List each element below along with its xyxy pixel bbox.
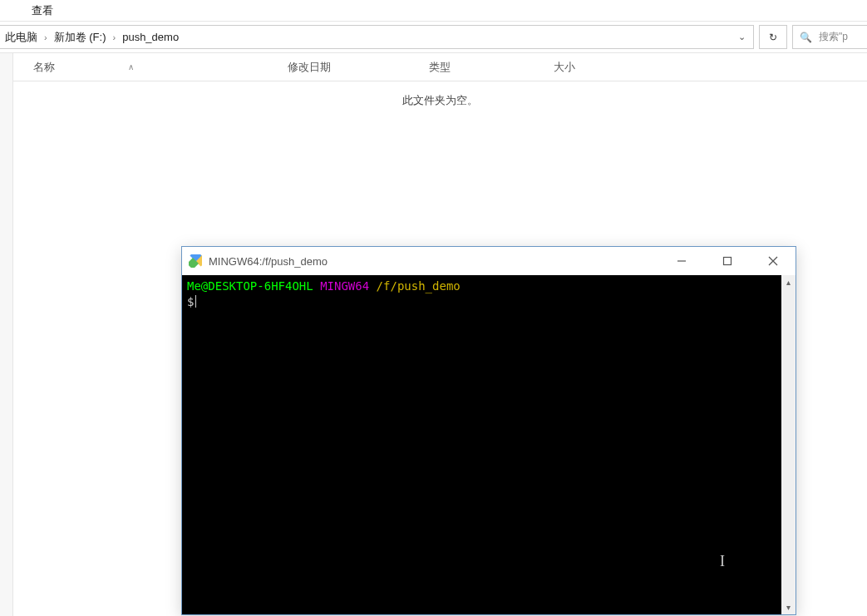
refresh-icon: ↻ <box>769 32 777 43</box>
prompt-user: Me@DESKTOP-6HF4OHL <box>187 279 313 293</box>
scroll-up-icon[interactable]: ▴ <box>781 275 796 289</box>
text-cursor <box>195 295 196 308</box>
minimize-button[interactable] <box>658 247 704 275</box>
ibeam-cursor-icon: I <box>720 551 725 571</box>
maximize-button[interactable] <box>704 247 750 275</box>
prompt-env: MINGW64 <box>320 279 369 293</box>
prompt-path: /f/push_demo <box>377 279 461 293</box>
git-bash-icon <box>189 254 202 268</box>
chevron-down-icon[interactable]: ⌄ <box>730 32 753 42</box>
empty-folder-text: 此文件夹为空。 <box>13 93 867 108</box>
crumb-pc[interactable]: 此电脑 <box>5 30 37 45</box>
prompt-symbol: $ <box>187 295 194 308</box>
sort-ascending-icon: ∧ <box>128 62 134 71</box>
column-name-label: 名称 <box>33 60 55 75</box>
minimize-icon <box>677 256 687 266</box>
column-header-size[interactable]: 大小 <box>554 60 653 75</box>
menu-view[interactable]: 查看 <box>32 3 53 18</box>
terminal-window[interactable]: MINGW64:/f/push_demo Me@DESKTOP-6HF4OHL … <box>181 246 796 615</box>
column-header-type[interactable]: 类型 <box>429 60 554 75</box>
terminal-titlebar[interactable]: MINGW64:/f/push_demo <box>182 247 796 275</box>
search-placeholder: 搜索"p <box>819 30 848 44</box>
refresh-button[interactable]: ↻ <box>759 25 787 49</box>
search-icon: 🔍 <box>800 32 812 43</box>
chevron-right-icon: › <box>44 32 47 42</box>
terminal-scrollbar[interactable]: ▴ ▾ <box>781 275 796 614</box>
crumb-drive[interactable]: 新加卷 (F:) <box>54 30 106 45</box>
scroll-down-icon[interactable]: ▾ <box>781 600 796 614</box>
chevron-right-icon: › <box>113 32 116 42</box>
terminal-title: MINGW64:/f/push_demo <box>209 255 328 268</box>
crumb-folder[interactable]: push_demo <box>122 31 179 43</box>
search-input[interactable]: 🔍 搜索"p <box>792 25 867 49</box>
column-header-name[interactable]: 名称 ∧ <box>33 60 288 75</box>
terminal-body[interactable]: Me@DESKTOP-6HF4OHL MINGW64 /f/push_demo … <box>182 275 781 614</box>
maximize-icon <box>722 256 732 266</box>
nav-pane[interactable] <box>0 53 13 616</box>
close-button[interactable] <box>750 247 796 275</box>
svg-rect-5 <box>723 258 731 265</box>
column-header-date[interactable]: 修改日期 <box>288 60 429 75</box>
close-icon <box>768 256 778 266</box>
breadcrumb[interactable]: 此电脑 › 新加卷 (F:) › push_demo ⌄ <box>0 25 754 49</box>
